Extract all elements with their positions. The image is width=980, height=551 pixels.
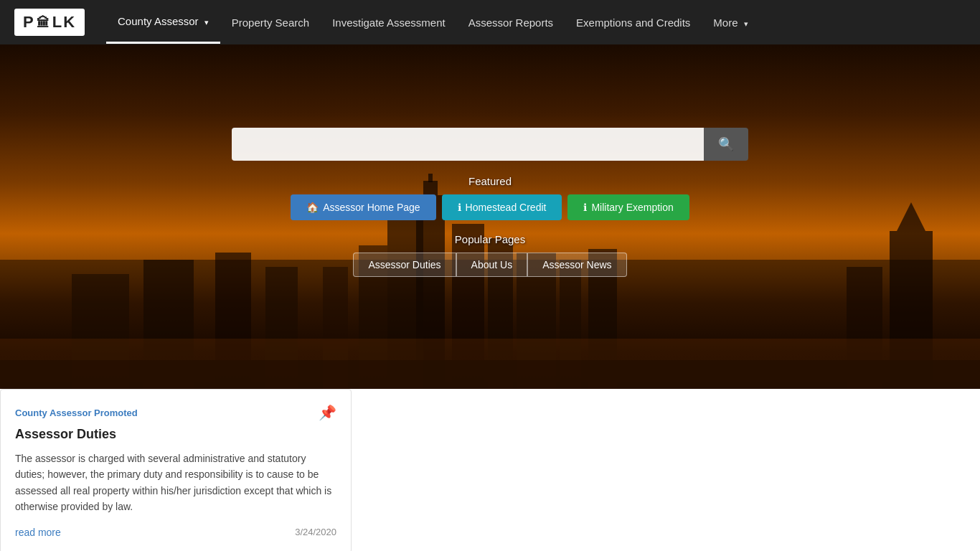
home-icon: 🏠 [306, 202, 319, 213]
card-footer: read more 3/24/2020 [15, 527, 336, 538]
nav-link-property-search[interactable]: Property Search [220, 2, 321, 43]
nav-item-property-search[interactable]: Property Search [220, 2, 321, 43]
card-title: Assessor Duties [15, 427, 336, 442]
search-row: 🔍 [232, 128, 748, 161]
pin-icon: 📌 [319, 404, 336, 421]
assessor-duties-card: County Assessor Promoted 📌 Assessor Duti… [0, 389, 352, 551]
nav-link-county-assessor[interactable]: County Assessor ▾ [106, 1, 220, 44]
hero-search-area: 🔍 Featured 🏠 Assessor Home Page ℹ Homest… [0, 128, 980, 277]
info-icon: ℹ [458, 202, 461, 213]
navbar: P🏛LK County Assessor ▾ Property Search I… [0, 0, 980, 44]
assessor-home-page-button[interactable]: 🏠 Assessor Home Page [291, 194, 435, 220]
logo-text: P🏛LK [23, 13, 76, 32]
about-us-button[interactable]: About Us [456, 253, 528, 277]
nav-item-investigate-assessment[interactable]: Investigate Assessment [321, 2, 457, 43]
nav-link-more[interactable]: More ▾ [702, 2, 759, 43]
popular-buttons: Assessor Duties About Us Assessor News [353, 253, 626, 277]
brand-logo[interactable]: P🏛LK [14, 9, 85, 36]
card-date: 3/24/2020 [295, 527, 336, 537]
search-button[interactable]: 🔍 [704, 128, 748, 161]
card-promoted-label: County Assessor Promoted 📌 [15, 404, 336, 421]
homestead-credit-button[interactable]: ℹ Homestead Credit [442, 194, 562, 220]
nav-link-assessor-reports[interactable]: Assessor Reports [457, 2, 565, 43]
nav-link-investigate-assessment[interactable]: Investigate Assessment [321, 2, 457, 43]
nav-menu: County Assessor ▾ Property Search Invest… [106, 1, 760, 44]
chevron-down-icon-more: ▾ [744, 19, 748, 28]
nav-item-county-assessor[interactable]: County Assessor ▾ [106, 1, 220, 44]
military-exemption-button[interactable]: ℹ Military Exemption [567, 194, 689, 220]
assessor-news-button[interactable]: Assessor News [527, 253, 626, 277]
nav-item-more[interactable]: More ▾ [702, 2, 759, 43]
nav-item-assessor-reports[interactable]: Assessor Reports [457, 2, 565, 43]
read-more-link[interactable]: read more [15, 527, 61, 538]
popular-label: Popular Pages [455, 233, 525, 245]
hero-section: 🔍 Featured 🏠 Assessor Home Page ℹ Homest… [0, 44, 980, 389]
nav-link-exemptions-credits[interactable]: Exemptions and Credits [565, 2, 702, 43]
content-area: County Assessor Promoted 📌 Assessor Duti… [0, 389, 980, 551]
info-icon-2: ℹ [583, 202, 587, 213]
featured-buttons: 🏠 Assessor Home Page ℹ Homestead Credit … [291, 194, 689, 220]
assessor-duties-button[interactable]: Assessor Duties [353, 253, 456, 277]
featured-label: Featured [468, 175, 512, 187]
chevron-down-icon: ▾ [204, 18, 209, 27]
logo-box: P🏛LK [14, 9, 85, 36]
card-body: The assessor is charged with several adm… [15, 451, 336, 515]
nav-item-exemptions-credits[interactable]: Exemptions and Credits [565, 2, 702, 43]
search-input[interactable] [232, 128, 704, 161]
